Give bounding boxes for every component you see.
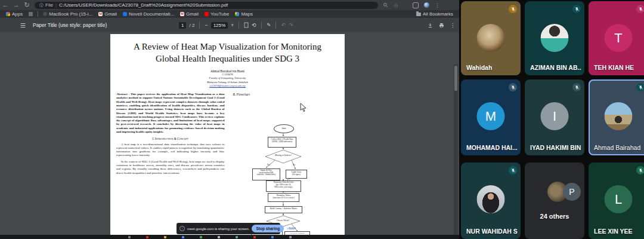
- bookmark-youtube[interactable]: YouTube: [205, 11, 229, 17]
- mic-muted-icon: [509, 166, 517, 174]
- back-icon[interactable]: ←: [0, 0, 11, 10]
- meet-presentation-view: ← → ↻ File | C:/Users/USER/Downloads/CA2…: [0, 0, 644, 239]
- participant-tile-teh[interactable]: T TEH KIAN HE: [589, 1, 644, 75]
- participant-name: TEH KIAN HE: [594, 64, 634, 71]
- zoom-level[interactable]: 125%: [211, 22, 228, 29]
- intro-paragraph-1: A heat map is a two-dimensional data vis…: [116, 143, 225, 158]
- url-scheme: File: [45, 2, 53, 8]
- avatar: [477, 185, 505, 213]
- macbook-favicon: [43, 12, 47, 16]
- participant-name: Wahidah: [466, 64, 492, 71]
- zoom-icon[interactable]: [383, 2, 388, 8]
- bookmark-gmail-2[interactable]: MGmail: [180, 11, 199, 17]
- bookmark-gmail[interactable]: MGmail: [98, 11, 117, 17]
- avatar: [605, 102, 633, 130]
- author-block: Ahmad Bairahad bin Husni CA23078 Faculty…: [110, 69, 345, 88]
- mouse-cursor: [300, 103, 306, 112]
- gmail-favicon: M: [98, 12, 103, 16]
- share-message: meet.google.com is sharing your screen.: [187, 227, 249, 231]
- participant-grid: Wahidah AZIMAN BIN AB... T TEH KIAN HE M…: [459, 0, 644, 239]
- rotate-icon[interactable]: ⟲: [252, 22, 256, 28]
- info-icon: i: [179, 226, 185, 231]
- participant-tile-ahmad-active[interactable]: Ahmad Bairahad: [589, 79, 644, 155]
- avatar: L: [605, 185, 633, 213]
- apps-grid-icon[interactable]: [29, 12, 33, 16]
- bookmark-apps[interactable]: Apps: [6, 11, 23, 17]
- participant-name: MOHAMAD HAI...: [466, 144, 518, 151]
- participant-tile-aziman[interactable]: AZIMAN BIN AB...: [525, 1, 584, 75]
- stop-sharing-button[interactable]: Stop sharing: [252, 225, 284, 232]
- participant-name: AZIMAN BIN AB...: [530, 64, 581, 71]
- redo-icon[interactable]: ↷: [289, 22, 293, 28]
- participant-name: LEE XIN YEE: [594, 228, 633, 235]
- pdf-menu-icon[interactable]: ☰: [20, 22, 26, 29]
- all-bookmarks-button[interactable]: All Bookmarks: [416, 11, 453, 17]
- flow-matrix-node: Build Country × Indicator Matrix: [265, 206, 302, 213]
- participant-name: Ahmad Bairahad: [594, 144, 640, 151]
- others-count-label: 24 others: [525, 213, 584, 220]
- zoom-out-button[interactable]: −: [205, 22, 208, 28]
- section-heading: I. Introduction & Concept: [116, 137, 225, 140]
- print-icon[interactable]: [439, 23, 444, 28]
- browser-menu-icon[interactable]: ⋮: [435, 2, 440, 8]
- flow-harmonize-node: Harmonize Units & Codes (per 100k vs per…: [266, 180, 301, 192]
- shared-screen: ← → ↻ File | C:/Users/USER/Downloads/CA2…: [0, 0, 459, 239]
- avatar: I: [541, 102, 569, 130]
- mic-muted-icon: [572, 83, 581, 91]
- flow-no-label: No: [293, 164, 295, 166]
- forward-icon[interactable]: →: [11, 0, 21, 10]
- profile-avatar[interactable]: [424, 2, 429, 8]
- flow-normalize-node: Normalize Values (min-max [0-1] or z-sco…: [268, 193, 299, 202]
- participant-tile-nur[interactable]: NUR WAHIDAH S...: [461, 163, 521, 239]
- participant-tile-lee[interactable]: L LEE XIN YEE: [589, 163, 644, 239]
- hide-banner-button[interactable]: Hide: [287, 226, 295, 231]
- url-text: C:/Users/USER/Downloads/CA23078_Draft%20…: [59, 2, 228, 8]
- avatar: [477, 24, 505, 52]
- participant-name: NUR WAHIDAH S...: [466, 228, 518, 235]
- pdf-toolbar: ☰ Paper Title (use style: paper title) 1…: [0, 18, 459, 32]
- bookmark-star-icon[interactable]: ☆: [394, 2, 398, 8]
- page-number-input[interactable]: 1: [179, 22, 186, 29]
- paper-title: A Review of Heat Map Visualization for M…: [110, 41, 345, 65]
- windows-taskbar: [0, 235, 459, 239]
- abstract-text: Abstract - This paper reviews the applic…: [116, 93, 225, 134]
- bookmark-maps[interactable]: Maps: [235, 11, 253, 17]
- pdf-more-icon[interactable]: ⋮: [450, 22, 456, 28]
- screen-share-banner: i meet.google.com is sharing your screen…: [177, 223, 280, 234]
- apps-icon: [6, 12, 10, 16]
- bookmark-novell[interactable]: Novell Documentati...: [123, 11, 174, 17]
- left-column: Abstract - This paper reviews the applic…: [116, 93, 225, 177]
- pdf-scrollbar[interactable]: [454, 65, 458, 239]
- page-count: / 2: [189, 23, 194, 28]
- youtube-favicon: [205, 12, 209, 16]
- download-icon[interactable]: [428, 23, 433, 28]
- zoom-in-button[interactable]: +: [231, 22, 234, 28]
- pdf-page: A Review of Heat Map Visualization for M…: [110, 34, 345, 235]
- pdf-document-title: Paper Title (use style: paper title): [33, 22, 107, 28]
- flow-collect-node: Collect SDG 3 Health Data (WHO / GBD ind…: [268, 137, 296, 148]
- flow-impute-node: Impute & Filter (mean/median/IQR, winsor…: [252, 168, 280, 180]
- mic-muted-icon: [572, 5, 581, 13]
- reload-icon[interactable]: ↻: [21, 0, 32, 10]
- bookmarks-bar: Apps MacBook Pro (15-i... MGmail Novell …: [0, 10, 459, 18]
- mic-muted-icon: [509, 5, 517, 13]
- intro-paragraph-2: In the context of SDG 3 (Good Health and…: [116, 160, 225, 175]
- mic-muted-icon: [636, 166, 644, 174]
- extensions-icon[interactable]: [413, 2, 419, 8]
- participant-tile-iyad[interactable]: I IYAD HAKIMI BIN...: [525, 79, 584, 155]
- bookmark-macbook[interactable]: MacBook Pro (15-i...: [43, 11, 92, 17]
- maps-favicon: [235, 12, 239, 16]
- participant-tile-wahidah[interactable]: Wahidah: [461, 1, 521, 75]
- participant-tile-others[interactable]: P 24 others: [525, 163, 584, 239]
- novell-favicon: [123, 12, 127, 16]
- undo-icon[interactable]: ↶: [281, 22, 286, 28]
- participant-name: IYAD HAKIMI BIN...: [530, 144, 581, 151]
- fit-page-icon[interactable]: [244, 22, 249, 28]
- avatar: T: [605, 24, 633, 52]
- annotate-pen-icon[interactable]: ✎: [267, 22, 271, 28]
- others-avatar-letter: P: [563, 183, 581, 201]
- address-bar[interactable]: File | C:/Users/USER/Downloads/CA23078_D…: [35, 2, 378, 9]
- flow-yes-label: Yes: [267, 164, 270, 166]
- folder-icon: [416, 13, 421, 16]
- participant-tile-mohamad[interactable]: M MOHAMAD HAI...: [461, 79, 521, 155]
